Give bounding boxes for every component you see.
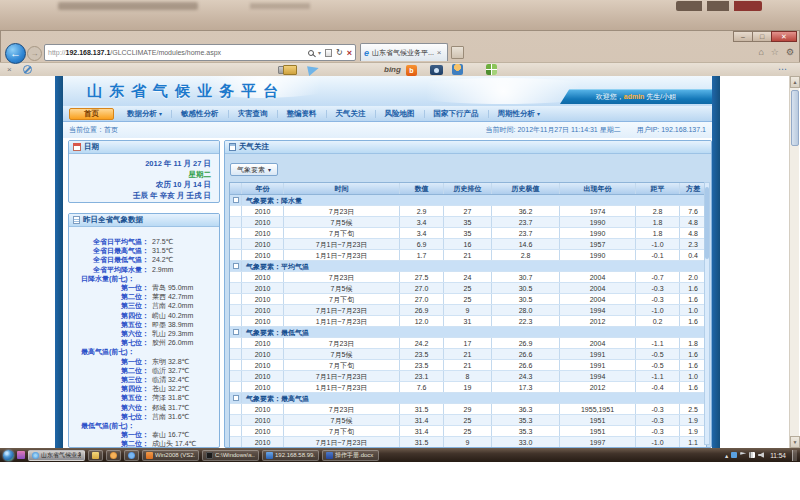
refresh-icon[interactable] (336, 48, 343, 57)
table-row[interactable]: 20107月1日~7月23日23.1824.31994-1.11.0 (230, 371, 706, 382)
taskbar-clock[interactable]: 11:54 (770, 452, 786, 459)
camera-addon-icon[interactable] (430, 65, 443, 75)
profile-addon-icon[interactable] (452, 64, 463, 75)
address-bar[interactable]: http://192.168.137.1/GLCCLIMATE/modules/… (44, 44, 356, 61)
menu-item-8[interactable]: 周期性分析 (489, 106, 550, 122)
group-checkbox[interactable] (230, 327, 242, 337)
addon-grid-icon[interactable] (486, 64, 497, 75)
browser-tab[interactable]: e 山东省气候业务平... (360, 43, 448, 61)
table-row[interactable]: 20107月下旬27.02530.52004-0.31.6 (230, 294, 706, 305)
table-cell: 4.8 (680, 217, 706, 227)
table-row[interactable]: 20107月1日~7月23日6.91614.61957-1.02.3 (230, 239, 706, 250)
taskbar-explorer-button[interactable] (88, 450, 103, 461)
taskbar-media-button-2[interactable] (124, 450, 139, 461)
new-tab-button[interactable] (451, 46, 464, 59)
tab-close-icon[interactable] (437, 48, 442, 57)
table-row[interactable]: 20101月1日~7月23日1.7212.81990-0.10.4 (230, 250, 706, 261)
blocked-content-icon[interactable] (23, 65, 32, 74)
settings-gear-icon[interactable]: ⚙ (786, 45, 794, 59)
scrollbar-thumb[interactable] (791, 90, 799, 146)
scroll-up-arrow[interactable]: ▲ (790, 76, 800, 88)
table-row[interactable]: 20107月下旬3.43523.719901.84.8 (230, 228, 706, 239)
content-scrollbar[interactable] (704, 182, 710, 445)
scroll-down-arrow[interactable]: ▼ (790, 436, 800, 448)
messenger-icon[interactable] (307, 64, 320, 76)
compatibility-view-icon[interactable] (325, 49, 332, 57)
table-row[interactable]: 20107月23日31.52936.31955,1951-0.32.5 (230, 404, 706, 415)
table-cell: 2010 (242, 349, 284, 359)
favorites-star-icon[interactable]: ☆ (771, 45, 779, 59)
menu-item-3[interactable]: 灾害查询 (229, 106, 277, 122)
table-row[interactable]: 20107月23日24.21726.92004-1.11.8 (230, 338, 706, 349)
table-row[interactable]: 20107月5候23.52126.61991-0.51.6 (230, 349, 706, 360)
table-row[interactable]: 20107月23日27.52430.72004-0.72.0 (230, 272, 706, 283)
table-cell: 8 (444, 371, 492, 381)
table-cell: -1.0 (636, 437, 680, 447)
group-checkbox[interactable] (230, 195, 242, 205)
volume-icon[interactable] (758, 452, 764, 458)
table-row[interactable]: 20107月1日~7月23日26.9928.01994-1.01.0 (230, 305, 706, 316)
taskbar-ie-button[interactable]: 山东省气候业务平... (28, 450, 85, 461)
group-checkbox[interactable] (230, 393, 242, 403)
weather-rank-item: 第六位：乳山 29.3mm (69, 329, 219, 338)
browser-scrollbar[interactable]: ▲ ▼ (789, 76, 799, 448)
menu-item-1[interactable]: 数据分析 (118, 106, 171, 122)
table-row[interactable]: 20107月1日~7月23日31.5933.01997-1.01.1 (230, 437, 706, 448)
table-row[interactable]: 20101月1日~7月23日7.61917.32012-0.41.6 (230, 382, 706, 393)
network-icon[interactable] (749, 452, 755, 458)
address-dropdown-icon[interactable] (318, 49, 321, 56)
menu-item-5[interactable]: 天气关注 (327, 106, 375, 122)
weather-rank-value: 青岛 95.0mm (149, 283, 193, 292)
hidden-icons-arrow[interactable]: ▴ (725, 450, 728, 461)
group-checkbox[interactable] (230, 261, 242, 271)
table-cell: 36.3 (492, 404, 560, 414)
table-row[interactable]: 20107月下旬31.42535.31951-0.31.9 (230, 426, 706, 437)
menu-item-6[interactable]: 风险地图 (376, 106, 424, 122)
taskbar-button-2[interactable]: 192.168.58.99... (262, 450, 319, 461)
table-row[interactable]: 20107月5候3.43523.719901.84.8 (230, 217, 706, 228)
menu-item-7[interactable]: 国家下行产品 (425, 106, 488, 122)
taskbar-button-0[interactable]: Win2008 (VS2... (142, 450, 199, 461)
bing-logo[interactable]: bing (384, 65, 401, 74)
table-row[interactable]: 20107月下旬23.52126.61991-0.51.6 (230, 360, 706, 371)
calendar-line-3: 农历 10 月 14 日 (69, 180, 219, 191)
show-desktop-button[interactable] (792, 450, 797, 461)
tray-app-icon[interactable] (731, 452, 737, 458)
bing-search-icon[interactable]: b (406, 65, 417, 76)
more-addons-icon[interactable]: ⋯ (778, 64, 788, 74)
pinned-app-icon[interactable] (17, 451, 25, 459)
table-row[interactable]: 20101月1日~7月23日12.03122.320120.21.6 (230, 316, 706, 327)
element-filter-button[interactable]: 气象要素 (230, 163, 278, 176)
taskbar-button-1[interactable]: C:\Windows\s... (202, 450, 259, 461)
action-center-flag-icon[interactable] (740, 452, 746, 458)
menu-item-0[interactable]: 首页 (69, 108, 114, 120)
weather-rank-value: 泰山 16.7℃ (149, 430, 189, 439)
row-indent-cell (230, 415, 242, 425)
weather-group-title: 日降水量(前七)： (69, 274, 219, 283)
content-scrollbar-thumb[interactable] (705, 187, 709, 259)
forward-button[interactable]: → (27, 46, 42, 61)
row-indent-cell (230, 283, 242, 293)
stop-icon[interactable] (347, 48, 352, 58)
menu-item-2[interactable]: 敏感性分析 (172, 106, 228, 122)
taskbar-button-3[interactable]: 操作手册.docx ... (322, 450, 379, 461)
table-row[interactable]: 20107月5候27.02530.52004-0.31.6 (230, 283, 706, 294)
payment-cards-icon[interactable] (278, 66, 292, 74)
checkbox-icon (233, 197, 239, 203)
search-icon[interactable] (308, 50, 314, 56)
close-button[interactable]: ✕ (771, 31, 797, 42)
toolbar-close-icon[interactable]: × (7, 65, 12, 74)
menu-item-4[interactable]: 整编资料 (278, 106, 326, 122)
back-button[interactable]: ← (5, 43, 26, 64)
table-row[interactable]: 20107月23日2.92736.219742.87.6 (230, 206, 706, 217)
table-cell: 2010 (242, 294, 284, 304)
start-button[interactable] (3, 450, 14, 461)
maximize-button[interactable]: □ (752, 31, 771, 42)
table-row[interactable]: 20107月5候31.42535.31951-0.31.9 (230, 415, 706, 426)
home-icon[interactable]: ⌂ (758, 45, 763, 59)
minimize-button[interactable]: – (733, 31, 752, 42)
folder-icon (92, 452, 99, 459)
weather-rank-label: 第二位： (69, 366, 149, 375)
table-cell: 27.0 (400, 294, 444, 304)
taskbar-media-button-1[interactable] (106, 450, 121, 461)
